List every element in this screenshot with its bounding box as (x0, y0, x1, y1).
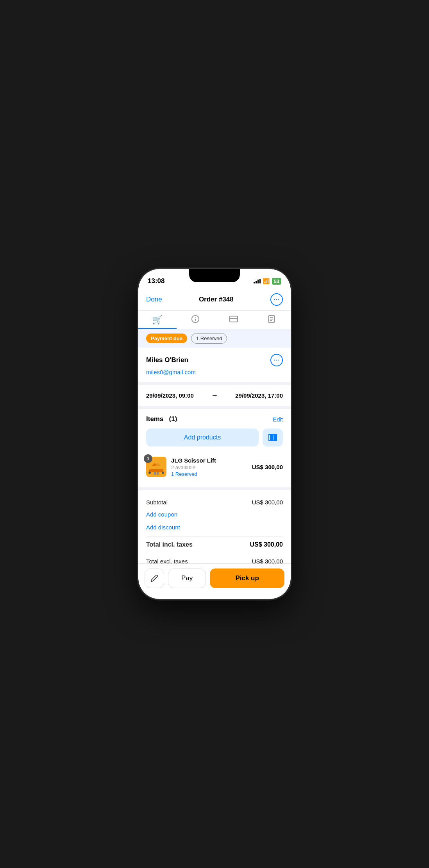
more-options-button[interactable]: ··· (270, 293, 283, 306)
subtotal-value: US$ 300,00 (252, 499, 283, 506)
battery-icon: 53 (272, 278, 281, 285)
payment-due-badge: Payment due (146, 334, 187, 343)
tab-cart[interactable]: 🛒 (138, 311, 177, 329)
date-range-card: 29/09/2023, 09:00 → 29/09/2023, 17:00 (138, 385, 291, 406)
customer-name: Miles O'Brien (146, 356, 188, 364)
done-button[interactable]: Done (146, 296, 162, 303)
items-count: (1) (169, 415, 177, 423)
customer-email[interactable]: miles0@gmail.com (146, 369, 196, 375)
payment-icon (229, 315, 238, 326)
product-quantity-badge: 1 (144, 454, 152, 463)
total-incl-value: US$ 300,00 (250, 541, 283, 548)
customer-more-icon: ··· (274, 357, 280, 363)
scan-barcode-button[interactable] (263, 429, 283, 447)
bottom-bar: Pay Pick up (138, 563, 291, 599)
add-discount-link[interactable]: Add discount (146, 521, 283, 534)
svg-rect-10 (271, 434, 272, 441)
svg-rect-18 (154, 472, 156, 475)
add-coupon-link[interactable]: Add coupon (146, 508, 283, 521)
edit-icon-button[interactable] (145, 569, 164, 588)
signal-bars-icon (254, 279, 261, 283)
page-title: Order #348 (199, 296, 234, 303)
tab-bar: 🛒 (138, 311, 291, 329)
svg-rect-13 (276, 434, 277, 441)
svg-rect-19 (157, 472, 159, 475)
date-arrow-icon: → (211, 391, 218, 400)
product-qty: 1 (147, 456, 150, 461)
phone-frame: 13:08 📶 53 Done Order #348 ··· (138, 269, 291, 599)
nav-bar: Done Order #348 ··· (138, 289, 291, 311)
tab-payment[interactable] (214, 311, 253, 329)
product-name: JLG Scissor Lift (171, 457, 247, 464)
customer-card: Miles O'Brien ··· miles0@gmail.com (138, 348, 291, 382)
wifi-icon: 📶 (263, 278, 270, 284)
total-incl-label: Total incl. taxes (146, 541, 193, 548)
product-price: US$ 300,00 (252, 464, 283, 470)
more-icon: ··· (274, 296, 280, 303)
subtotal-label: Subtotal (146, 499, 168, 506)
svg-rect-11 (273, 434, 274, 441)
end-date: 29/09/2023, 17:00 (235, 392, 283, 399)
product-item: 1 JLG Scissor Lift 2 available 1 Reserve… (146, 453, 283, 481)
svg-rect-9 (269, 434, 270, 441)
pencil-icon (150, 574, 158, 582)
notes-icon (267, 315, 276, 326)
customer-more-button[interactable]: ··· (270, 354, 283, 366)
badges-area: Payment due 1 Reserved (138, 329, 291, 348)
totals-divider-2 (146, 553, 283, 553)
info-icon (191, 315, 200, 326)
add-products-button[interactable]: Add products (146, 429, 259, 447)
tab-notes[interactable] (253, 311, 291, 329)
reserved-badge: 1 Reserved (191, 333, 227, 344)
notch (189, 269, 240, 282)
svg-rect-21 (162, 472, 164, 474)
svg-rect-14 (149, 469, 163, 472)
product-info: JLG Scissor Lift 2 available 1 Reserved (171, 457, 247, 477)
svg-rect-12 (275, 434, 275, 441)
barcode-icon (268, 433, 277, 442)
status-icons: 📶 53 (254, 278, 281, 285)
items-label: Items (146, 415, 163, 423)
edit-items-button[interactable]: Edit (273, 416, 283, 423)
product-availability: 2 available (171, 464, 247, 470)
customer-header: Miles O'Brien ··· (146, 354, 283, 366)
product-reserved-status: 1 Reserved (171, 471, 247, 477)
product-image-wrap: 1 (146, 457, 166, 477)
totals-divider (146, 536, 283, 536)
tab-info[interactable] (177, 311, 215, 329)
start-date: 29/09/2023, 09:00 (146, 392, 194, 399)
status-bar: 13:08 📶 53 (138, 269, 291, 289)
total-incl-row: Total incl. taxes US$ 300,00 (146, 539, 283, 551)
items-header: Items (1) Edit (146, 415, 283, 423)
svg-rect-15 (151, 466, 162, 469)
svg-rect-3 (230, 316, 238, 322)
pay-button[interactable]: Pay (168, 569, 206, 588)
status-time: 13:08 (148, 277, 164, 285)
add-products-row: Add products (146, 429, 283, 447)
items-title: Items (1) (146, 415, 177, 423)
subtotal-row: Subtotal US$ 300,00 (146, 497, 283, 508)
items-card: Items (1) Edit Add products (138, 409, 291, 487)
svg-rect-20 (148, 472, 151, 474)
scroll-content[interactable]: Miles O'Brien ··· miles0@gmail.com 29/09… (138, 348, 291, 577)
pickup-button[interactable]: Pick up (210, 569, 284, 588)
phone-screen: 13:08 📶 53 Done Order #348 ··· (138, 269, 291, 599)
cart-icon: 🛒 (152, 315, 163, 325)
